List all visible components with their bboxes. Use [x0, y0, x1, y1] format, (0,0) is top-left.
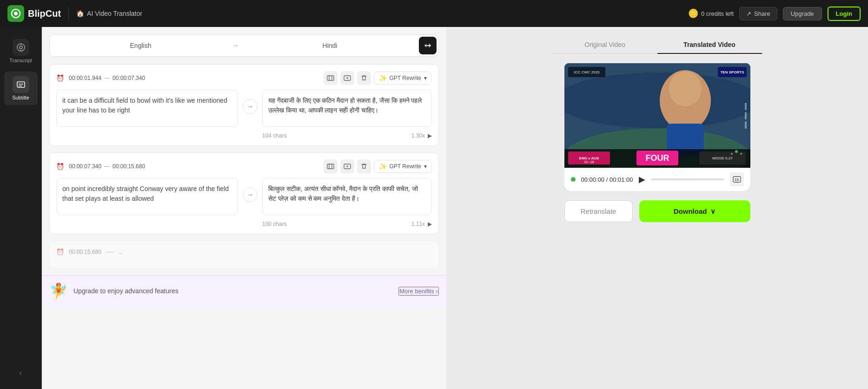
segment-1-body: it can be a difficult field to bowl with… [56, 90, 432, 139]
video-panel: Original Video Translated Video [446, 27, 868, 389]
segment-2-tools: ✨ GPT Rewrite ▾ [324, 159, 432, 173]
svg-rect-6 [17, 82, 25, 87]
action-buttons: Retranslate Download ∨ [564, 200, 750, 222]
more-benefits-button[interactable]: More benifits › [398, 287, 439, 296]
segment-2-start: 00:00:07.340 [69, 163, 101, 170]
segment-1-tools: ✨ GPT Rewrite ▾ [324, 71, 432, 85]
scene-tool-button-2[interactable] [324, 159, 338, 173]
segment-2-footer: 100 chars 1.11x ▶ [262, 221, 432, 227]
upgrade-text: Upgrade to enjoy advanced features [73, 287, 393, 295]
segment-1-speed: 1.30x ▶ [411, 132, 432, 139]
clock-icon-1: ⏰ [56, 74, 64, 82]
caption-button[interactable]: ZA [730, 172, 744, 186]
sidebar-item-transcript[interactable]: Transcript [4, 34, 38, 68]
segment-2-arrow-button[interactable]: → [243, 187, 258, 202]
delete-tool-button-1[interactable] [357, 71, 371, 85]
video-tabs: Original Video Translated Video [553, 36, 762, 54]
segment-2-char-count: 100 chars [262, 221, 287, 227]
nav-title-text: AI Video Translator [87, 10, 142, 17]
swap-language-button[interactable] [419, 37, 437, 54]
retranslate-button[interactable]: Retranslate [564, 200, 633, 222]
segment-2-header: ⏰ 00:00:07.340 — 00:00:15.680 [56, 159, 432, 173]
video-time-display: 00:00:00 / 00:01:00 [581, 176, 633, 183]
share-button[interactable]: ↗ Share [739, 7, 777, 20]
svg-text:FOUR: FOUR [645, 153, 669, 163]
svg-point-3 [20, 46, 22, 49]
gpt-rewrite-button-2[interactable]: ✨ GPT Rewrite ▾ [374, 160, 432, 173]
segment-2-translated-text[interactable]: बिल्कुल सटीक, अत्यंत सीधा कॉनवे, मैदान क… [262, 178, 432, 215]
transcript-icon [13, 39, 29, 56]
app-header: BlipCut 🏠 AI Video Translator 🪙 0 credit… [0, 0, 868, 27]
credits-label: 0 credits left [701, 10, 734, 17]
segment-2-end: 00:00:15.680 [113, 163, 145, 170]
add-tool-button-1[interactable] [340, 71, 354, 85]
subtitle-label: Subtitle [12, 95, 29, 100]
chevron-right-icon: › [436, 288, 438, 295]
segment-1-source-text[interactable]: it can be a difficult field to bowl with… [56, 90, 238, 127]
tab-translated-video[interactable]: Translated Video [657, 36, 762, 54]
download-label: Download [674, 207, 707, 215]
credits-area: 🪙 0 credits left [688, 8, 734, 19]
segment-3-partial: ⏰ 00:00:15.680 — ... [49, 241, 439, 269]
video-progress-bar[interactable] [651, 178, 724, 180]
add-tool-button-2[interactable] [340, 159, 354, 173]
segment-2-body: on point incredibly straight Conway very… [56, 178, 432, 227]
download-button[interactable]: Download ∨ [639, 200, 750, 222]
target-language[interactable]: Hindi [241, 37, 419, 54]
upgrade-button[interactable]: Upgrade [783, 7, 822, 20]
video-play-button[interactable]: ▶ [639, 174, 645, 185]
segment-1-arrow-button[interactable]: → [243, 99, 258, 114]
lang-arrow-icon: → [230, 41, 241, 50]
play-speed-icon-1[interactable]: ▶ [428, 132, 432, 139]
segment-1: ⏰ 00:00:01.944 — 00:00:07.340 [49, 64, 439, 146]
svg-text:TEN SPORTS: TEN SPORTS [720, 70, 744, 74]
segment-2-source-text[interactable]: on point incredibly straight Conway very… [56, 178, 238, 215]
svg-text:ENG v AUS: ENG v AUS [579, 156, 599, 160]
svg-rect-15 [327, 164, 334, 169]
language-bar: English → Hindi [49, 34, 439, 57]
scene-tool-button-1[interactable] [324, 71, 338, 85]
segment-1-translated-text[interactable]: यह गेंदबाजी के लिए एक कठिन मैदान हो सकता… [262, 90, 432, 127]
status-dot [571, 177, 576, 182]
main-content: English → Hindi ⏰ 00:00:01.944 — [42, 27, 868, 389]
coin-icon: 🪙 [688, 8, 698, 19]
segment-2-time: 00:00:07.340 — 00:00:15.680 [69, 163, 145, 170]
source-language[interactable]: English [52, 37, 230, 54]
app-layout: Transcript Subtitle ‹ English → Hindi [0, 27, 868, 389]
svg-text:WOOD 0-27: WOOD 0-27 [712, 156, 733, 160]
video-placeholder: TEN SPORTS ICC CWC 2023 ENG v AUS 33 • 2… [564, 63, 750, 168]
login-button[interactable]: Login [828, 7, 861, 21]
svg-rect-9 [327, 76, 334, 80]
tab-original-video[interactable]: Original Video [553, 36, 657, 53]
play-speed-icon-2[interactable]: ▶ [428, 221, 432, 227]
segment-1-end: 00:00:07.340 [113, 75, 145, 81]
segment-1-char-count: 104 chars [262, 132, 287, 139]
gpt-label-2: GPT Rewrite [390, 163, 421, 170]
segment-1-footer: 104 chars 1.30x ▶ [262, 132, 432, 139]
delete-tool-button-2[interactable] [357, 159, 371, 173]
svg-text:33 • 28: 33 • 28 [584, 160, 594, 164]
svg-point-1 [14, 12, 18, 15]
svg-point-22 [564, 73, 750, 128]
segment-2-speed: 1.11x ▶ [411, 221, 432, 227]
gpt-dropdown-icon-1: ▾ [424, 75, 427, 81]
logo-area: BlipCut [7, 5, 61, 22]
segment-1-time: 00:00:01.944 — 00:00:07.340 [69, 75, 145, 81]
upgrade-mascot-icon: 🧚 [49, 282, 68, 300]
header-right: 🪙 0 credits left ↗ Share Upgrade Login [688, 7, 861, 21]
download-chevron-icon: ∨ [710, 207, 716, 216]
sidebar-item-subtitle[interactable]: Subtitle [4, 72, 38, 105]
sidebar-collapse-button[interactable]: ‹ [16, 364, 26, 382]
gpt-icon-1: ✨ [379, 74, 387, 82]
gpt-rewrite-button-1[interactable]: ✨ GPT Rewrite ▾ [374, 72, 432, 85]
video-frame-svg: TEN SPORTS ICC CWC 2023 ENG v AUS 33 • 2… [564, 63, 750, 168]
svg-point-40 [731, 153, 733, 155]
gpt-dropdown-icon-2: ▾ [424, 163, 427, 170]
clock-icon-2: ⏰ [56, 163, 64, 170]
sidebar: Transcript Subtitle ‹ [0, 27, 42, 389]
segment-2: ⏰ 00:00:07.340 — 00:00:15.680 [49, 152, 439, 234]
gpt-icon-2: ✨ [379, 163, 387, 170]
upgrade-banner: 🧚 Upgrade to enjoy advanced features Mor… [42, 275, 446, 306]
gpt-label-1: GPT Rewrite [390, 75, 421, 81]
header-divider [68, 7, 69, 20]
